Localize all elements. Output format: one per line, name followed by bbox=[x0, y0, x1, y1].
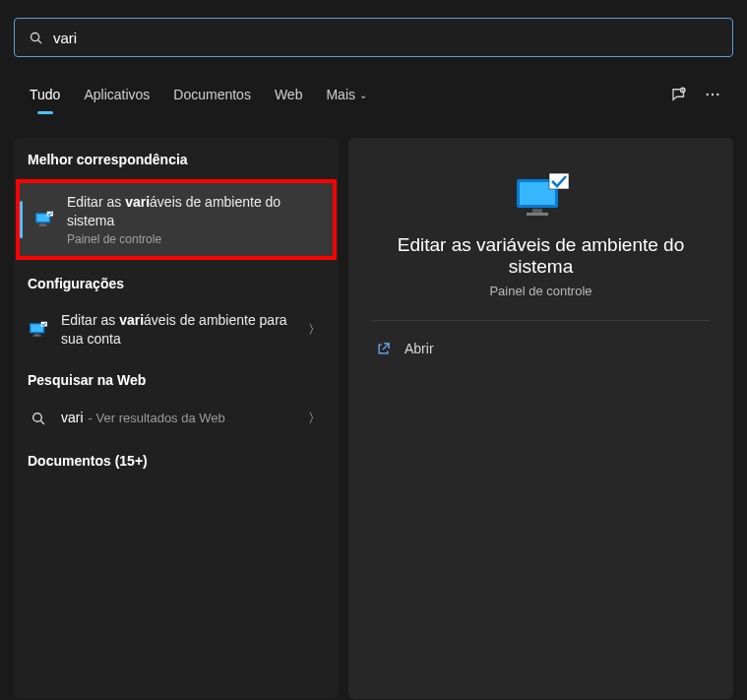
result-web-item[interactable]: vari - Ver resultados da Web 〉 bbox=[14, 398, 339, 439]
svg-rect-9 bbox=[39, 224, 47, 225]
section-web: Pesquisar na Web bbox=[14, 358, 339, 398]
svg-rect-13 bbox=[35, 334, 39, 335]
result-best-match[interactable]: Editar as variáveis de ambiente do siste… bbox=[20, 183, 333, 256]
tab-all[interactable]: Tudo bbox=[18, 81, 72, 108]
chevron-right-icon: 〉 bbox=[308, 321, 325, 339]
tab-label: Documentos bbox=[173, 87, 251, 102]
svg-point-3 bbox=[707, 94, 709, 95]
tab-web[interactable]: Web bbox=[263, 81, 315, 108]
more-icon[interactable] bbox=[696, 80, 729, 109]
svg-rect-20 bbox=[532, 209, 542, 213]
monitor-icon bbox=[33, 209, 55, 230]
svg-point-0 bbox=[31, 32, 39, 40]
open-action[interactable]: Abrir bbox=[368, 335, 714, 362]
result-text: Editar as variáveis de ambiente para sua… bbox=[61, 311, 296, 349]
svg-line-17 bbox=[40, 420, 44, 424]
detail-panel: Editar as variáveis de ambiente do siste… bbox=[348, 138, 733, 699]
result-subtitle: Painel de controle bbox=[67, 232, 319, 246]
tab-apps[interactable]: Aplicativos bbox=[72, 81, 161, 108]
result-text: vari - Ver resultados da Web bbox=[61, 409, 296, 427]
search-bar[interactable] bbox=[14, 18, 733, 57]
svg-rect-8 bbox=[41, 223, 45, 224]
detail-title: Editar as variáveis de ambiente do siste… bbox=[368, 234, 714, 278]
section-documents: Documentos (15+) bbox=[14, 439, 339, 478]
svg-point-4 bbox=[712, 94, 714, 95]
svg-rect-21 bbox=[527, 213, 548, 216]
monitor-icon bbox=[28, 319, 49, 341]
svg-line-1 bbox=[38, 39, 41, 42]
detail-icon bbox=[368, 171, 714, 221]
svg-point-5 bbox=[716, 94, 718, 95]
action-label: Abrir bbox=[405, 341, 434, 356]
highlight-annotation: Editar as variáveis de ambiente do siste… bbox=[16, 179, 337, 260]
section-settings: Configurações bbox=[14, 262, 339, 301]
open-external-icon bbox=[376, 342, 391, 356]
result-title: Editar as variáveis de ambiente do siste… bbox=[67, 193, 319, 230]
svg-rect-14 bbox=[33, 335, 41, 336]
chevron-right-icon: 〉 bbox=[308, 410, 325, 427]
tab-label: Tudo bbox=[30, 87, 60, 102]
tab-docs[interactable]: Documentos bbox=[161, 81, 263, 108]
svg-point-16 bbox=[33, 413, 42, 421]
search-icon bbox=[28, 408, 49, 429]
tabs-row: Tudo Aplicativos Documentos Web Mais ⌄ bbox=[14, 77, 733, 112]
tab-label: Web bbox=[275, 87, 303, 102]
results-panel: Melhor correspondência Editar as variáve… bbox=[14, 138, 339, 699]
chat-icon[interactable] bbox=[662, 80, 696, 109]
section-best-match: Melhor correspondência bbox=[14, 138, 339, 177]
result-title: Editar as variáveis de ambiente para sua… bbox=[61, 311, 296, 349]
tab-label: Mais bbox=[326, 87, 355, 102]
search-icon bbox=[29, 31, 43, 45]
chevron-down-icon: ⌄ bbox=[359, 90, 367, 100]
tab-more[interactable]: Mais ⌄ bbox=[314, 81, 379, 108]
result-settings-item[interactable]: Editar as variáveis de ambiente para sua… bbox=[14, 301, 339, 358]
result-text: Editar as variáveis de ambiente do siste… bbox=[67, 193, 319, 246]
tab-label: Aplicativos bbox=[84, 87, 150, 102]
result-title: vari - Ver resultados da Web bbox=[61, 409, 296, 427]
detail-subtitle: Painel de controle bbox=[368, 284, 714, 298]
search-input[interactable] bbox=[53, 30, 718, 46]
divider bbox=[372, 320, 710, 321]
